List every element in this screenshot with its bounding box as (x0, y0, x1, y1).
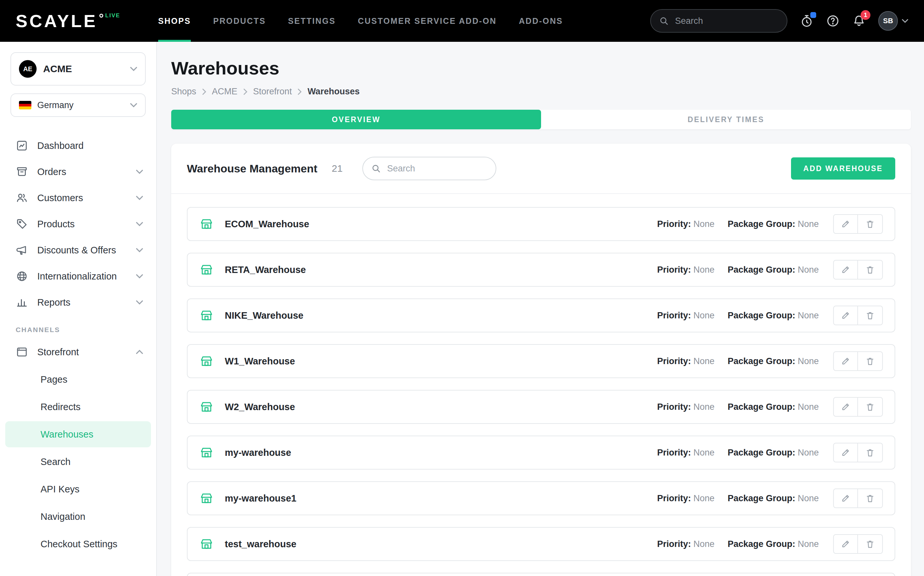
priority-value: None (693, 219, 715, 229)
priority-label: Priority: (657, 402, 691, 412)
dashboard-icon (16, 139, 28, 152)
chevron-down-icon (136, 274, 143, 278)
sidebar-item-pages[interactable]: Pages (5, 366, 151, 392)
tab-overview[interactable]: OVERVIEW (171, 110, 541, 129)
shop-selector[interactable]: AE ACME (10, 52, 146, 86)
add-warehouse-button[interactable]: ADD WAREHOUSE (791, 157, 895, 179)
edit-warehouse-button[interactable] (833, 351, 858, 371)
edit-warehouse-button[interactable] (833, 534, 858, 554)
sidebar-item-api-keys[interactable]: API Keys (5, 476, 151, 502)
sidebar-item-internationalization[interactable]: Internationalization (0, 263, 156, 289)
delete-warehouse-button[interactable] (858, 488, 883, 508)
chevron-down-icon (136, 300, 143, 305)
nav-customer-service-add-on[interactable]: CUSTOMER SERVICE ADD-ON (358, 0, 497, 42)
bar-chart-icon (16, 296, 28, 309)
delete-warehouse-button[interactable] (858, 214, 883, 234)
edit-warehouse-button[interactable] (833, 260, 858, 280)
trash-icon (866, 539, 875, 549)
delete-warehouse-button[interactable] (858, 397, 883, 417)
sidebar-item-search[interactable]: Search (5, 449, 151, 475)
edit-warehouse-button[interactable] (833, 443, 858, 462)
breadcrumb-acme[interactable]: ACME (212, 86, 237, 97)
pencil-icon (841, 265, 850, 274)
priority-value: None (693, 539, 715, 549)
warehouse-name: ECOM_Warehouse (225, 219, 309, 230)
table-row: RETA_Warehouse Priority: None Package Gr… (187, 253, 895, 287)
package-group-value: None (797, 402, 819, 412)
table-row: my-warehouse Priority: None Package Grou… (187, 435, 895, 470)
package-group-value: None (797, 265, 819, 275)
delete-warehouse-button[interactable] (858, 534, 883, 554)
sidebar-item-navigation[interactable]: Navigation (5, 504, 151, 530)
tab-delivery-times[interactable]: DELIVERY TIMES (541, 110, 911, 129)
top-navigation: SHOPS PRODUCTS SETTINGS CUSTOMER SERVICE… (158, 0, 563, 42)
edit-warehouse-button[interactable] (833, 214, 858, 234)
sidebar-item-orders[interactable]: Orders (0, 159, 156, 185)
chevron-right-icon (298, 88, 302, 95)
sidebar-item-checkout-settings[interactable]: Checkout Settings (5, 531, 151, 557)
sidebar-item-label: Discounts & Offers (37, 245, 116, 256)
timer-badge (810, 12, 816, 18)
search-icon (659, 16, 669, 26)
sidebar-item-discounts-offers[interactable]: Discounts & Offers (0, 237, 156, 263)
country-selector[interactable]: Germany (10, 93, 146, 117)
breadcrumb-warehouses: Warehouses (308, 86, 360, 97)
sidebar-item-warehouses[interactable]: Warehouses (5, 421, 151, 447)
scayle-logo[interactable]: SCAYLE LIVE (16, 11, 120, 31)
sidebar-item-redirects[interactable]: Redirects (5, 394, 151, 420)
global-search-input[interactable] (674, 15, 778, 27)
nav-shops[interactable]: SHOPS (158, 0, 191, 42)
global-search[interactable] (650, 9, 788, 33)
delete-warehouse-button[interactable] (858, 260, 883, 280)
pencil-icon (841, 219, 850, 229)
table-row: test_warehouse Priority: None Package Gr… (187, 527, 895, 561)
topbar-right: 1 SB (650, 9, 908, 33)
notifications-bell-icon[interactable]: 1 (852, 14, 866, 28)
globe-icon (16, 270, 28, 282)
delete-warehouse-button[interactable] (858, 306, 883, 325)
priority-label: Priority: (657, 539, 691, 549)
main-content: Warehouses Shops ACME Storefront Warehou… (157, 42, 924, 576)
warehouse-search-input[interactable] (386, 163, 487, 174)
table-row: W2_Warehouse Priority: None Package Grou… (187, 390, 895, 424)
sidebar-item-reports[interactable]: Reports (0, 289, 156, 315)
timer-icon[interactable] (800, 14, 813, 28)
nav-add-ons[interactable]: ADD-ONS (519, 0, 563, 42)
delete-warehouse-button[interactable] (858, 351, 883, 371)
pencil-icon (841, 448, 850, 457)
priority-value: None (693, 448, 715, 458)
package-group-label: Package Group: (728, 219, 795, 229)
warehouse-name: RETA_Warehouse (225, 264, 306, 275)
edit-warehouse-button[interactable] (833, 397, 858, 417)
breadcrumb-storefront[interactable]: Storefront (253, 86, 292, 97)
customers-icon (16, 192, 28, 204)
trash-icon (866, 311, 875, 320)
sidebar-item-products[interactable]: Products (0, 211, 156, 237)
nav-products[interactable]: PRODUCTS (213, 0, 266, 42)
delete-warehouse-button[interactable] (858, 443, 883, 462)
pencil-icon (841, 311, 850, 320)
sidebar-item-customers[interactable]: Customers (0, 185, 156, 211)
warehouse-name: NIKE_Warehouse (225, 310, 303, 321)
nav-settings[interactable]: SETTINGS (288, 0, 336, 42)
warehouse-icon (199, 262, 214, 277)
sidebar-item-dashboard[interactable]: Dashboard (0, 133, 156, 159)
sidebar-item-label: Internationalization (37, 271, 117, 282)
help-icon[interactable] (826, 14, 840, 28)
package-group-value: None (797, 539, 819, 549)
edit-warehouse-button[interactable] (833, 306, 858, 325)
chevron-right-icon (202, 88, 206, 95)
sidebar-item-storefront[interactable]: Storefront (0, 339, 156, 365)
breadcrumb-shops[interactable]: Shops (171, 86, 196, 97)
warehouse-icon (199, 308, 214, 323)
warehouse-list: ECOM_Warehouse Priority: None Package Gr… (171, 194, 911, 576)
pencil-icon (841, 539, 850, 549)
warehouse-search[interactable] (363, 157, 496, 180)
table-row: my-warehouse1 Priority: None Package Gro… (187, 481, 895, 515)
package-group-value: None (797, 448, 819, 458)
edit-warehouse-button[interactable] (833, 488, 858, 508)
pencil-icon (841, 494, 850, 503)
user-menu[interactable]: SB (878, 11, 908, 31)
notification-count-badge: 1 (861, 10, 870, 20)
sidebar-item-label: Orders (37, 166, 66, 177)
